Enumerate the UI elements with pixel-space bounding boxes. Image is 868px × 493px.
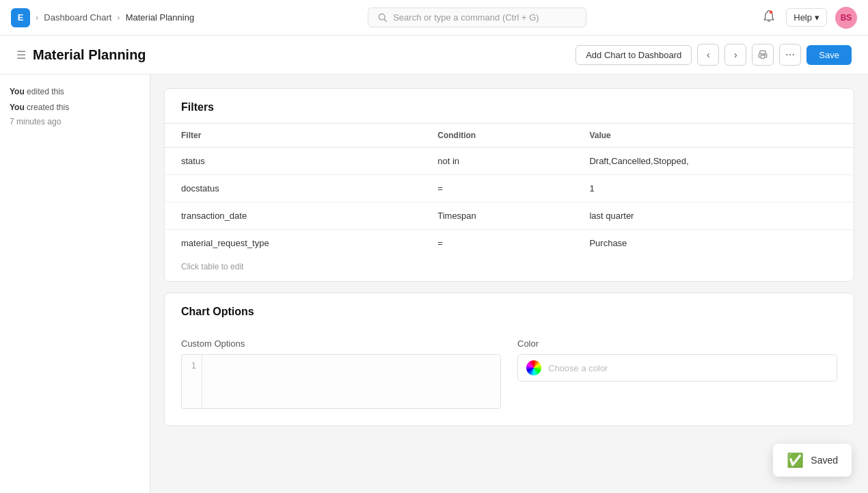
cell-condition: = bbox=[421, 175, 573, 202]
filters-card-header: Filters bbox=[165, 89, 854, 123]
edited-action: edited this bbox=[25, 87, 64, 96]
code-editor[interactable]: 1 bbox=[181, 354, 501, 409]
filters-card: Filters Filter Condition Value statusnot… bbox=[164, 88, 854, 282]
print-button[interactable] bbox=[752, 44, 774, 66]
breadcrumb-parent[interactable]: Dashboard Chart bbox=[44, 12, 111, 23]
sidebar-time: 7 minutes ago bbox=[10, 116, 140, 129]
chevron-down-icon: ▾ bbox=[815, 12, 819, 23]
page-header-right: Add Chart to Dashboard ‹ › ⋯ Save bbox=[575, 44, 852, 66]
click-hint: Click table to edit bbox=[165, 256, 854, 281]
sidebar-info: You edited this You created this 7 minut… bbox=[10, 85, 140, 129]
app-icon[interactable]: E bbox=[11, 8, 30, 27]
avatar[interactable]: BS bbox=[835, 7, 857, 29]
next-button[interactable]: › bbox=[724, 44, 746, 66]
custom-options-label: Custom Options bbox=[181, 338, 501, 349]
table-row[interactable]: docstatus=1 bbox=[165, 175, 854, 202]
content-area: Filters Filter Condition Value statusnot… bbox=[150, 75, 868, 493]
created-info: You created this bbox=[10, 101, 140, 114]
page-header-left: ☰ Material Planning bbox=[16, 47, 146, 63]
svg-rect-4 bbox=[761, 55, 765, 59]
sidebar: You edited this You created this 7 minut… bbox=[0, 75, 150, 493]
nav-actions: Help ▾ BS bbox=[760, 7, 857, 29]
saved-label: Saved bbox=[811, 455, 838, 466]
page-header: ☰ Material Planning Add Chart to Dashboa… bbox=[0, 36, 868, 75]
color-label: Color bbox=[517, 338, 837, 349]
save-button[interactable]: Save bbox=[806, 45, 852, 65]
search-bar[interactable]: Search or type a command (Ctrl + G) bbox=[368, 8, 586, 27]
main-layout: You edited this You created this 7 minut… bbox=[0, 75, 868, 493]
color-col: Color Choose a color bbox=[517, 338, 837, 409]
edited-you: You bbox=[10, 87, 25, 96]
edited-info: You edited this bbox=[10, 85, 140, 98]
color-input[interactable]: Choose a color bbox=[517, 354, 837, 382]
notification-button[interactable] bbox=[760, 7, 778, 28]
more-options-button[interactable]: ⋯ bbox=[779, 44, 801, 66]
search-icon bbox=[378, 13, 388, 23]
filters-title: Filters bbox=[181, 101, 214, 113]
filters-table-head: Filter Condition Value bbox=[165, 124, 854, 148]
cell-filter: material_request_type bbox=[165, 230, 421, 257]
col-condition: Condition bbox=[421, 124, 573, 148]
svg-point-5 bbox=[765, 55, 765, 55]
color-placeholder: Choose a color bbox=[548, 363, 608, 373]
cell-value: Purchase bbox=[573, 230, 854, 257]
chart-options-title: Chart Options bbox=[181, 306, 254, 317]
line-numbers: 1 bbox=[182, 355, 202, 408]
filters-table-body: statusnot inDraft,Cancelled,Stopped,docs… bbox=[165, 148, 854, 257]
chart-options-header: Chart Options bbox=[165, 293, 854, 328]
add-chart-button[interactable]: Add Chart to Dashboard bbox=[575, 45, 692, 65]
search-area: Search or type a command (Ctrl + G) bbox=[194, 8, 760, 27]
table-row[interactable]: statusnot inDraft,Cancelled,Stopped, bbox=[165, 148, 854, 175]
breadcrumb-area: E › Dashboard Chart › Material Planning bbox=[11, 8, 194, 27]
custom-options-col: Custom Options 1 bbox=[181, 338, 501, 409]
cell-filter: transaction_date bbox=[165, 202, 421, 230]
cell-filter: docstatus bbox=[165, 175, 421, 202]
bell-icon bbox=[763, 10, 775, 22]
cell-value: Draft,Cancelled,Stopped, bbox=[573, 148, 854, 175]
top-nav: E › Dashboard Chart › Material Planning … bbox=[0, 0, 868, 36]
print-icon bbox=[758, 50, 768, 59]
svg-point-2 bbox=[770, 11, 773, 14]
saved-toast: ✅ Saved bbox=[773, 444, 852, 477]
prev-button[interactable]: ‹ bbox=[697, 44, 719, 66]
help-label: Help bbox=[794, 12, 812, 23]
page-title: Material Planning bbox=[33, 47, 146, 63]
breadcrumb-sep-1: › bbox=[36, 12, 38, 23]
col-filter: Filter bbox=[165, 124, 421, 148]
breadcrumb-sep-2: › bbox=[117, 12, 120, 23]
help-button[interactable]: Help ▾ bbox=[786, 8, 827, 27]
cell-value: 1 bbox=[573, 175, 854, 202]
svg-line-1 bbox=[384, 19, 386, 21]
table-row[interactable]: material_request_type=Purchase bbox=[165, 230, 854, 257]
table-row[interactable]: transaction_dateTimespanlast quarter bbox=[165, 202, 854, 230]
cell-condition: = bbox=[421, 230, 573, 257]
cell-condition: Timespan bbox=[421, 202, 573, 230]
svg-rect-3 bbox=[760, 51, 765, 54]
code-content[interactable] bbox=[202, 355, 500, 408]
menu-icon[interactable]: ☰ bbox=[16, 49, 26, 62]
search-placeholder: Search or type a command (Ctrl + G) bbox=[393, 12, 539, 23]
chart-options-card: Chart Options Custom Options 1 Color Cho… bbox=[164, 293, 854, 426]
saved-check-icon: ✅ bbox=[787, 452, 804, 468]
filters-table[interactable]: Filter Condition Value statusnot inDraft… bbox=[165, 123, 854, 256]
created-you: You bbox=[10, 103, 25, 112]
chart-options-body: Custom Options 1 Color Choose a color bbox=[165, 328, 854, 425]
col-value: Value bbox=[573, 124, 854, 148]
cell-filter: status bbox=[165, 148, 421, 175]
breadcrumb-current: Material Planning bbox=[126, 12, 194, 23]
cell-value: last quarter bbox=[573, 202, 854, 230]
created-action: created this bbox=[25, 103, 69, 112]
cell-condition: not in bbox=[421, 148, 573, 175]
color-wheel-icon bbox=[526, 360, 541, 375]
